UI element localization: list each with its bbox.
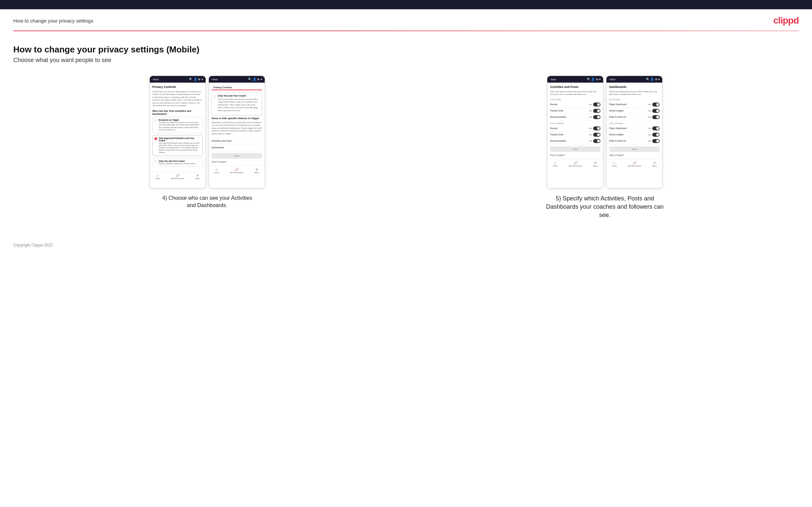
- drills-coaches-label-3: Practice Drills: [550, 110, 563, 112]
- radio-only-you[interactable]: Only You and Your Coach Only you and the…: [152, 158, 203, 167]
- radio-everyone[interactable]: Everyone on Clippd Everyone on Clippd ca…: [152, 117, 203, 133]
- bottom-nav-home-1[interactable]: ⌂ Home: [155, 174, 160, 179]
- phone-2-bottom-nav: ⌂ Home 📈 My Performance ≡ Menu: [209, 166, 265, 175]
- radio-approved[interactable]: Only Approved Followers and Your Coach O…: [152, 135, 203, 156]
- toggle-manual-followers-3-switch[interactable]: [593, 139, 601, 143]
- bottom-nav-perf-1[interactable]: 📈 My Performance: [171, 174, 184, 179]
- phone-1-subheading: Who Can See Your Activities and Dashboar…: [152, 110, 203, 115]
- toggle-workOn-followers-4-switch[interactable]: [652, 139, 660, 143]
- toggle-player-followers-4-switch[interactable]: [652, 126, 660, 130]
- tooltip-radio-circle: [214, 96, 216, 98]
- phone-1: ‹ Back 🔍 👤 ⊕ ▾ Privacy Controls Control …: [149, 76, 206, 188]
- page-subheading: Choose what you want people to see: [13, 57, 799, 64]
- toggle-insights-followers-4: Round Insights ON: [609, 132, 660, 138]
- perf-icon-2: 📈: [235, 168, 239, 171]
- tab-privacy-controls[interactable]: Privacy Controls: [211, 85, 234, 90]
- menu-icon-1: ≡: [197, 174, 199, 177]
- help-label-3: Help & Support: [550, 154, 601, 156]
- phone-2-nav: ‹ Back 🔍 👤 ⊕ ▾: [209, 76, 265, 82]
- toggle-workOn-coaches-4-switch[interactable]: [652, 115, 660, 119]
- followers-label-3: FOLLOWERS: [550, 122, 601, 124]
- help-label-4: Help & Support: [609, 154, 660, 156]
- radio-desc-1: Everyone on Clippd can search for you an…: [159, 121, 201, 131]
- left-section: ‹ Back 🔍 👤 ⊕ ▾ Privacy Controls Control …: [13, 76, 401, 209]
- main-content: How to change your privacy settings (Mob…: [0, 31, 812, 233]
- bottom-nav-home-4[interactable]: ⌂ Home: [612, 161, 617, 167]
- phone-2-icons: 🔍 👤 ⊕ ▾: [248, 78, 262, 81]
- phone-3-back: ‹ Back: [550, 78, 556, 80]
- phone-3: ‹ Back 🔍 👤 ⊕ ▾ Activities and Posts Sele…: [547, 76, 603, 188]
- toggle-player-coaches-4: Player Dashboard ON: [609, 102, 660, 108]
- toggle-rounds-coaches-3-switch[interactable]: [593, 103, 601, 107]
- player-dash-coaches-label-4: Player Dashboard: [609, 103, 626, 106]
- logo: clippd: [773, 15, 799, 26]
- save-button-2[interactable]: Save: [211, 153, 262, 159]
- menu-row-activities[interactable]: Activities and Posts ›: [211, 138, 262, 144]
- bottom-nav-menu-1[interactable]: ≡ Menu: [195, 174, 200, 179]
- menu-icon-3: ≡: [595, 161, 597, 165]
- perf-icon-1: 📈: [176, 174, 180, 177]
- phone-1-title: Privacy Controls: [152, 85, 203, 89]
- bottom-nav-menu-3[interactable]: ≡ Menu: [593, 161, 598, 167]
- toggle-workOn-followers-4: What To Work On ON: [609, 138, 660, 144]
- toggle-player-followers-4: Player Dashboard ON: [609, 125, 660, 132]
- perf-icon-4: 📈: [633, 161, 637, 165]
- radio-desc-3: Only you and the coaches you connect wit…: [159, 163, 196, 165]
- tooltip-text: Only you and the coaches you connect wit…: [218, 98, 260, 112]
- phone-4-bottom-nav: ⌂ Home 📈 My Performance ≡ Menu: [606, 159, 662, 168]
- home-icon-4: ⌂: [613, 161, 615, 165]
- bottom-nav-menu-2[interactable]: ≡ Menu: [254, 168, 259, 174]
- toggle-rounds-followers-3-switch[interactable]: [593, 126, 601, 130]
- workOn-coaches-label-4: What To Work On: [609, 116, 626, 118]
- phone-4-icons: 🔍 👤 ⊕ ▾: [646, 78, 660, 81]
- toggle-rounds-followers-3: Rounds ON: [550, 125, 601, 132]
- phone-1-bottom-nav: ⌂ Home 📈 My Performance ≡ Menu: [150, 172, 206, 181]
- copyright: Copyright Clippd 2022: [13, 243, 53, 247]
- bottom-nav-home-2[interactable]: ⌂ Home: [214, 168, 219, 174]
- phone-4-desc: Select the dashboards that you'd like to…: [609, 90, 660, 96]
- toggle-drills-coaches-3-switch[interactable]: [593, 109, 601, 113]
- toggle-workOn-coaches-4: What To Work On ON: [609, 114, 660, 120]
- insights-followers-label-4: Round Insights: [609, 133, 623, 136]
- bottom-nav-perf-4[interactable]: 📈 My Performance: [628, 161, 641, 167]
- phone-3-bottom-nav: ⌂ Home 📈 My Performance ≡ Menu: [547, 159, 603, 168]
- help-label-2: Help & Support: [211, 161, 262, 163]
- menu-row-dashboards[interactable]: Dashboards ›: [211, 144, 262, 151]
- radio-circle-2: [154, 137, 157, 140]
- insights-coaches-label-4: Round Insights: [609, 110, 623, 112]
- phones-left: ‹ Back 🔍 👤 ⊕ ▾ Privacy Controls Control …: [13, 76, 401, 188]
- toggle-manual-coaches-3: Manual Activities ON: [550, 114, 601, 120]
- toggle-insights-followers-4-switch[interactable]: [652, 133, 660, 137]
- phone-3-icons: 🔍 👤 ⊕ ▾: [587, 78, 601, 81]
- phone-4-back: ‹ Back: [609, 78, 615, 80]
- footer: Copyright Clippd 2022: [0, 233, 812, 254]
- header: How to change your privacy settings clip…: [0, 9, 812, 31]
- radio-label-3: Only You and Your Coach: [159, 160, 196, 162]
- phone-3-content: Activities and Posts Select the types of…: [547, 82, 603, 159]
- toggle-manual-coaches-3-switch[interactable]: [593, 115, 601, 119]
- phone-1-body: Control how you and your data appears to…: [152, 90, 203, 107]
- phone-2-show-hide-text: Regardless of the privacy controls that …: [211, 121, 262, 135]
- phone-1-icons: 🔍 👤 ⊕ ▾: [189, 78, 203, 81]
- toggle-insights-coaches-4-switch[interactable]: [652, 109, 660, 113]
- toggle-player-coaches-4-switch[interactable]: [652, 103, 660, 107]
- bottom-nav-perf-2[interactable]: 📈 My Performance: [230, 168, 244, 174]
- drills-followers-label-3: Practice Drills: [550, 133, 563, 136]
- bottom-nav-menu-4[interactable]: ≡ Menu: [652, 161, 657, 167]
- phone-2-tabs: Privacy Controls: [211, 85, 262, 90]
- menu-dashboards-label: Dashboards: [211, 146, 224, 149]
- toggle-insights-coaches-4: Round Insights ON: [609, 108, 660, 114]
- save-button-3[interactable]: Save: [550, 146, 601, 152]
- followers-label-4: FOLLOWERS: [609, 122, 660, 124]
- toggle-drills-coaches-3: Practice Drills ON: [550, 108, 601, 114]
- bottom-nav-perf-3[interactable]: 📈 My Performance: [569, 161, 582, 167]
- phone-3-title: Activities and Posts: [550, 85, 601, 89]
- save-button-4[interactable]: Save: [609, 146, 660, 152]
- phone-3-nav: ‹ Back 🔍 👤 ⊕ ▾: [547, 76, 603, 82]
- menu-icon-2: ≡: [256, 168, 258, 171]
- toggle-drills-followers-3-switch[interactable]: [593, 133, 601, 137]
- rounds-coaches-label-3: Rounds: [550, 103, 557, 106]
- bottom-nav-home-3[interactable]: ⌂ Home: [553, 161, 558, 167]
- radio-desc-2: Only approved followers and coaches you …: [159, 142, 201, 154]
- menu-activities-label: Activities and Posts: [211, 140, 232, 142]
